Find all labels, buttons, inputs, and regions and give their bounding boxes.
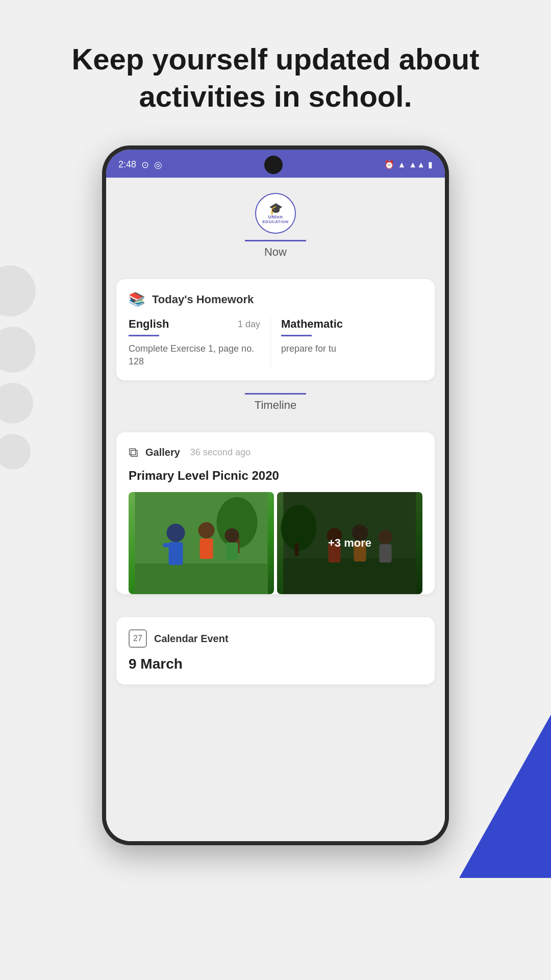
english-due: 1 day bbox=[238, 319, 260, 330]
status-bar: 2:48 ⊙ ◎ ⏰ ▲ ▲▲ ▮ bbox=[106, 150, 445, 178]
hero-title: Keep yourself updated about activities i… bbox=[0, 0, 551, 145]
calendar-card: 27 Calendar Event 9 March bbox=[116, 617, 435, 684]
svg-rect-1 bbox=[135, 564, 268, 594]
calendar-date: 9 March bbox=[129, 656, 422, 672]
notification-icon-2: ◎ bbox=[154, 159, 162, 170]
gallery-title: Primary Level Picnic 2020 bbox=[129, 469, 422, 483]
svg-point-4 bbox=[167, 524, 185, 542]
english-subject: English bbox=[129, 317, 169, 331]
svg-rect-9 bbox=[200, 538, 213, 559]
now-tab-underline bbox=[245, 240, 306, 241]
now-tab-label[interactable]: Now bbox=[264, 246, 287, 259]
gallery-time: 36 second ago bbox=[190, 447, 251, 458]
timeline-tab-underline bbox=[245, 393, 306, 395]
svg-rect-6 bbox=[163, 543, 171, 547]
battery-icon: ▮ bbox=[428, 160, 433, 169]
gallery-image-1[interactable] bbox=[129, 492, 274, 594]
homework-row: English 1 day Complete Exercise 1, page … bbox=[129, 317, 422, 368]
calendar-header: 27 Calendar Event bbox=[129, 629, 422, 648]
math-description: prepare for tu bbox=[281, 342, 412, 355]
svg-rect-11 bbox=[226, 543, 238, 560]
phone-frame: 2:48 ⊙ ◎ ⏰ ▲ ▲▲ ▮ 🎓 UNIon bbox=[102, 145, 449, 845]
phone-mockup: 2:48 ⊙ ◎ ⏰ ▲ ▲▲ ▮ 🎓 UNIon bbox=[0, 145, 551, 845]
homework-english: English 1 day Complete Exercise 1, page … bbox=[129, 317, 270, 368]
english-subject-row: English 1 day bbox=[129, 317, 260, 331]
app-logo: 🎓 UNIon EDUCATION bbox=[255, 193, 296, 234]
timeline-tab-label[interactable]: Timeline bbox=[255, 399, 296, 412]
homework-math: Mathematic prepare for tu bbox=[270, 317, 412, 368]
svg-point-8 bbox=[198, 522, 215, 538]
gallery-image-2[interactable]: +3 more bbox=[277, 492, 422, 594]
english-description: Complete Exercise 1, page no. 128 bbox=[129, 342, 260, 368]
image-1-content bbox=[129, 492, 274, 594]
gallery-type: Gallery bbox=[145, 447, 180, 458]
homework-card-header: 📚 Today's Homework bbox=[129, 291, 422, 307]
gallery-icon: ⧉ bbox=[129, 445, 138, 460]
status-time: 2:48 bbox=[118, 159, 136, 170]
app-content: 🎓 UNIon EDUCATION Now 📚 Today's Homework bbox=[106, 178, 445, 841]
calendar-day-number: 27 bbox=[133, 634, 142, 643]
status-left: 2:48 ⊙ ◎ bbox=[118, 159, 162, 170]
gallery-card: ⧉ Gallery 36 second ago Primary Level Pi… bbox=[116, 432, 435, 594]
now-section: 🎓 UNIon EDUCATION Now bbox=[106, 178, 445, 279]
math-underline bbox=[281, 335, 312, 336]
math-subject: Mathematic bbox=[281, 317, 343, 331]
calendar-type: Calendar Event bbox=[154, 633, 229, 645]
homework-card: 📚 Today's Homework English 1 day Complet… bbox=[116, 279, 435, 380]
more-overlay[interactable]: +3 more bbox=[277, 492, 422, 594]
status-right: ⏰ ▲ ▲▲ ▮ bbox=[384, 160, 433, 169]
camera-notch bbox=[264, 156, 283, 174]
english-underline bbox=[129, 335, 159, 336]
spacer bbox=[106, 607, 445, 617]
phone-inner: 2:48 ⊙ ◎ ⏰ ▲ ▲▲ ▮ 🎓 UNIon bbox=[106, 150, 445, 841]
more-count: +3 more bbox=[328, 536, 371, 550]
homework-title: Today's Homework bbox=[152, 293, 254, 306]
math-subject-row: Mathematic bbox=[281, 317, 412, 331]
signal-icon: ▲▲ bbox=[409, 160, 425, 169]
timeline-section: Timeline bbox=[106, 393, 445, 422]
homework-icon: 📚 bbox=[129, 291, 145, 307]
svg-point-10 bbox=[225, 528, 239, 543]
calendar-icon: 27 bbox=[129, 629, 147, 648]
gallery-images: +3 more bbox=[129, 492, 422, 594]
svg-rect-7 bbox=[176, 543, 183, 547]
notification-icon-1: ⊙ bbox=[141, 159, 149, 170]
alarm-icon: ⏰ bbox=[384, 160, 394, 169]
logo-icon: 🎓 bbox=[269, 203, 283, 214]
gallery-header: ⧉ Gallery 36 second ago bbox=[129, 445, 422, 460]
wifi-icon: ▲ bbox=[397, 160, 406, 169]
